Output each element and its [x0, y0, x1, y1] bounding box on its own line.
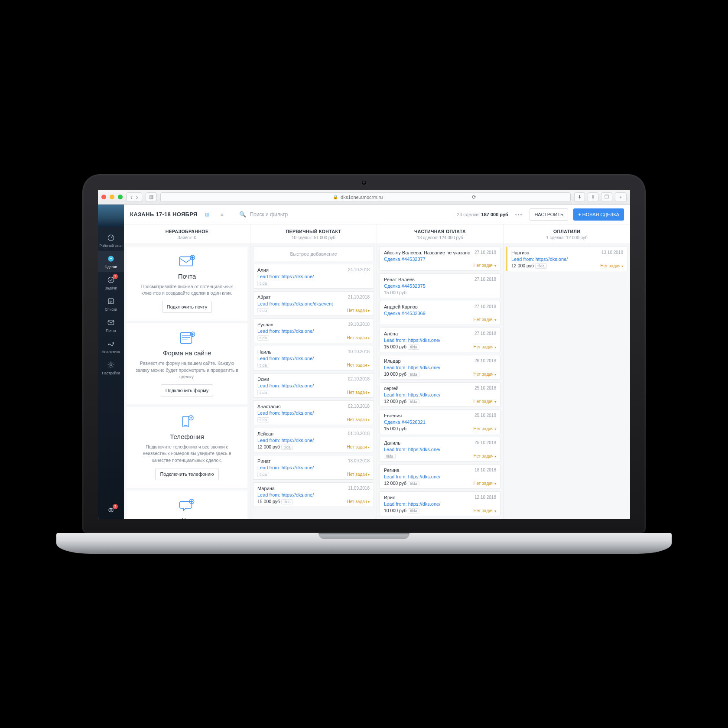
chevron-left-icon[interactable]: ‹: [130, 194, 133, 200]
no-task-label[interactable]: Нет задач: [347, 308, 370, 313]
sidebar-item-tasks[interactable]: 1 Задачи: [98, 272, 124, 293]
sidebar-item-deals[interactable]: Сделки: [98, 251, 124, 272]
card-lead-link[interactable]: Lead from: https://dks.one/dksevent: [257, 301, 370, 306]
no-task-label[interactable]: Нет задач: [473, 317, 496, 322]
promo-connect-button[interactable]: Подключить почту: [162, 301, 212, 313]
share-button[interactable]: ⇧: [588, 192, 598, 202]
configure-button[interactable]: НАСТРОИТЬ: [530, 208, 568, 221]
no-task-label[interactable]: Нет задач: [347, 472, 370, 477]
card-lead-link[interactable]: Lead from: https://dks.one/: [384, 474, 496, 479]
no-task-label[interactable]: Нет задач: [347, 390, 370, 395]
more-menu[interactable]: •••: [514, 212, 525, 217]
lead-card[interactable]: Наиль10.10.2018Lead from: https://dks.on…: [253, 346, 374, 370]
chevron-right-icon[interactable]: ›: [135, 194, 139, 200]
lead-card[interactable]: Регина18.10.2018Lead from: https://dks.o…: [380, 464, 500, 489]
lead-card[interactable]: Андрей Карпов27.10.2018Сделка #44532369Н…: [380, 301, 500, 325]
no-task-label[interactable]: Нет задач: [347, 363, 370, 367]
lead-card[interactable]: Ирик12.10.2018Lead from: https://dks.one…: [380, 491, 500, 516]
card-lead-link[interactable]: Lead from: https://dks.one/: [384, 447, 496, 452]
sidebar-item-analytics[interactable]: Аналитика: [98, 336, 124, 357]
address-bar[interactable]: 🔒 dks1one.amocrm.ru ⟳: [160, 192, 571, 202]
column-body[interactable]: ПочтаПросматривайте письма от потенциаль…: [124, 244, 250, 519]
card-lead-link[interactable]: Lead from: https://dks.one/: [257, 383, 370, 388]
search[interactable]: 🔍: [232, 205, 452, 224]
no-task-label[interactable]: Нет задач: [473, 426, 496, 431]
card-lead-link[interactable]: Lead from: https://dks.one/: [257, 274, 370, 279]
no-task-label[interactable]: Нет задач: [473, 454, 496, 458]
lead-card[interactable]: Даниль25.10.2018Lead from: https://dks.o…: [380, 437, 500, 462]
no-task-label[interactable]: Нет задач: [347, 499, 370, 504]
card-lead-link[interactable]: Lead from: https://dks.one/: [257, 492, 370, 497]
kanban-column: НЕРАЗОБРАННОЕЗаявок: 0ПочтаПросматривайт…: [124, 224, 250, 519]
no-task-label[interactable]: Нет задач: [473, 508, 496, 513]
lead-card[interactable]: Руслан19.10.2018Lead from: https://dks.o…: [253, 318, 374, 343]
card-lead-link[interactable]: Сделка #44532375: [384, 283, 496, 289]
sidebar-item-settings[interactable]: Настройки: [98, 357, 124, 378]
tabs-button[interactable]: ❐: [601, 192, 612, 202]
column-body[interactable]: Айсылу Валеева, Название не указано27.10…: [377, 244, 503, 519]
window-maximize-icon[interactable]: [118, 195, 123, 199]
lead-card[interactable]: Ренат Валеев27.10.2018Сделка #4453237515…: [380, 273, 500, 298]
card-lead-link[interactable]: Сделка #44526021: [384, 419, 496, 425]
no-task-label[interactable]: Нет задач: [347, 417, 370, 422]
lead-card[interactable]: Алёна27.10.2018Lead from: https://dks.on…: [380, 328, 500, 352]
lead-card[interactable]: Евгения25.10.2018Сделка #4452602115 000 …: [380, 410, 500, 434]
window-minimize-icon[interactable]: [110, 195, 114, 199]
no-task-label[interactable]: Нет задач: [473, 263, 496, 268]
sidebar-item-notifications[interactable]: 2: [98, 502, 124, 519]
no-task-label[interactable]: Нет задач: [473, 344, 496, 349]
lead-card[interactable]: Лейсан01.10.2018Lead from: https://dks.o…: [253, 428, 374, 452]
no-task-label[interactable]: Нет задач: [347, 445, 370, 449]
reload-icon[interactable]: ⟳: [472, 194, 476, 200]
search-input[interactable]: [250, 211, 362, 218]
card-lead-link[interactable]: Lead from: https://dks.one/: [384, 392, 496, 397]
nav-back-forward[interactable]: ‹ ›: [126, 192, 142, 202]
column-body[interactable]: Быстрое добавлениеАлия24.10.2018Lead fro…: [250, 244, 377, 519]
card-contact-name: Алия: [257, 267, 269, 273]
kanban-view-icon[interactable]: ▥: [202, 210, 212, 219]
no-task-label[interactable]: Нет задач: [473, 399, 496, 404]
new-deal-button[interactable]: + НОВАЯ СДЕЛКА: [573, 208, 624, 221]
lead-card[interactable]: сергей25.10.2018Lead from: https://dks.o…: [380, 382, 500, 407]
card-lead-link[interactable]: Lead from: https://dks.one/: [384, 365, 496, 370]
lead-card[interactable]: Ринат18.09.2018Lead from: https://dks.on…: [253, 455, 374, 480]
card-lead-link[interactable]: Сделка #44532369: [384, 311, 496, 316]
card-date: 27.10.2018: [474, 304, 496, 309]
quick-add[interactable]: Быстрое добавление: [253, 247, 374, 261]
card-lead-link[interactable]: Lead from: https://dks.one/: [257, 356, 370, 361]
column-body[interactable]: Наргиза13.10.2018Lead from: https://dks.…: [504, 244, 630, 519]
card-lead-link[interactable]: Lead from: https://dks.one/: [257, 410, 370, 416]
promo-connect-button[interactable]: Подключить форму: [161, 384, 214, 396]
card-lead-link[interactable]: Lead from: https://dks.one/: [257, 465, 370, 470]
card-date: 19.10.2018: [348, 322, 370, 327]
card-lead-link[interactable]: Lead from: https://dks.one/: [511, 257, 623, 262]
lead-card[interactable]: Айсылу Валеева, Название не указано27.10…: [380, 247, 500, 271]
lead-card[interactable]: Эсми02.10.2018Lead from: https://dks.one…: [253, 373, 374, 398]
download-button[interactable]: ⬇: [574, 192, 585, 202]
sidebar-toggle-button[interactable]: ▥: [146, 192, 157, 202]
lead-card[interactable]: Анастасия02.10.2018Lead from: https://dk…: [253, 400, 374, 425]
card-lead-link[interactable]: Сделка #44532377: [384, 257, 496, 262]
sidebar-item-lists[interactable]: Списки: [98, 293, 124, 315]
card-lead-link[interactable]: Lead from: https://dks.one/: [384, 338, 496, 343]
card-lead-link[interactable]: Lead from: https://dks.one/: [384, 501, 496, 507]
no-task-label[interactable]: Нет задач: [347, 335, 370, 340]
lead-card[interactable]: Айрат21.10.2018Lead from: https://dks.on…: [253, 291, 374, 316]
card-lead-link[interactable]: Lead from: https://dks.one/: [257, 438, 370, 443]
no-task-label[interactable]: Нет задач: [473, 372, 496, 377]
window-close-icon[interactable]: [101, 195, 106, 199]
new-tab-button[interactable]: ＋: [615, 192, 627, 202]
lead-card[interactable]: Марина11.09.2018Lead from: https://dks.o…: [253, 482, 374, 507]
no-task-label[interactable]: Нет задач: [600, 263, 623, 268]
workspace-thumbnail[interactable]: [98, 205, 124, 227]
no-task-label[interactable]: Нет задач: [473, 481, 496, 486]
sidebar-item-mail[interactable]: Почта: [98, 315, 124, 336]
sidebar-item-desktop[interactable]: Рабочий стол: [98, 230, 124, 251]
list-view-icon[interactable]: ≡: [217, 210, 227, 219]
card-lead-link[interactable]: Lead from: https://dks.one/: [257, 328, 370, 334]
lead-card[interactable]: Ильдар26.10.2018Lead from: https://dks.o…: [380, 355, 500, 380]
promo-connect-button[interactable]: Подключить телефонию: [155, 468, 218, 480]
lead-card[interactable]: Алия24.10.2018Lead from: https://dks.one…: [253, 264, 374, 289]
lead-card[interactable]: Наргиза13.10.2018Lead from: https://dks.…: [506, 247, 627, 271]
card-date: 13.10.2018: [601, 250, 623, 255]
